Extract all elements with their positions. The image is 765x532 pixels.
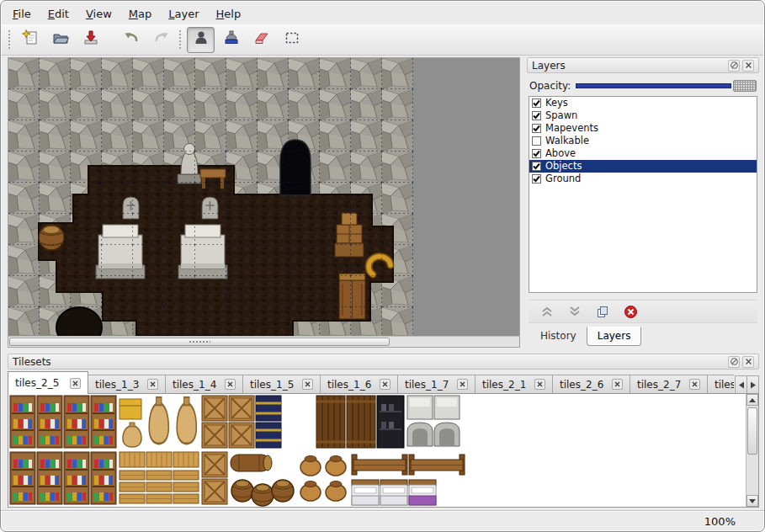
tab-close-button[interactable] xyxy=(534,379,545,390)
tileset-tab-tiles-2-7[interactable]: tiles_2_7 xyxy=(630,375,708,394)
float-icon xyxy=(730,357,739,366)
scroll-down-button[interactable] xyxy=(746,495,758,507)
tileset-vscrollbar-thumb[interactable] xyxy=(747,407,757,455)
tileset-tab-tiles-1-6[interactable]: tiles_1_6 xyxy=(320,375,398,394)
layers-panel-titlebar: Layers xyxy=(527,57,759,73)
map-hscrollbar-thumb[interactable] xyxy=(9,338,390,346)
layer-checkbox[interactable] xyxy=(532,98,541,108)
duplicate-icon xyxy=(596,305,609,318)
tilesets-panel-titlebar: Tilesets xyxy=(8,354,759,370)
scroll-up-button[interactable] xyxy=(746,394,758,406)
layer-checkbox[interactable] xyxy=(532,111,541,120)
layer-checkbox[interactable] xyxy=(532,162,541,171)
tileset-tab-tiles-1-7[interactable]: tiles_1_7 xyxy=(397,375,475,394)
tileset-tab-tiles-1-3[interactable]: tiles_1_3 xyxy=(88,375,166,394)
new-map-button[interactable] xyxy=(16,27,44,53)
close-icon xyxy=(227,381,233,387)
opacity-slider-handle[interactable] xyxy=(733,80,757,92)
map-canvas[interactable] xyxy=(8,58,413,338)
layer-label: Objects xyxy=(545,160,582,173)
layer-row-walkable[interactable]: Walkable xyxy=(529,135,757,147)
toolbar-handle[interactable] xyxy=(179,30,182,49)
close-panel-button[interactable] xyxy=(742,60,754,72)
arrow-down-icon xyxy=(748,498,757,504)
layer-label: Walkable xyxy=(545,135,589,147)
tab-scroll-left-button[interactable] xyxy=(735,375,747,394)
tab-close-button[interactable] xyxy=(380,379,390,390)
delete-layer-button[interactable] xyxy=(622,303,639,320)
layers-panel-title: Layers xyxy=(532,60,566,72)
menu-file[interactable]: File xyxy=(4,5,40,23)
layer-row-objects[interactable]: Objects xyxy=(529,160,757,173)
eraser-tool-button[interactable] xyxy=(247,27,275,53)
tab-close-button[interactable] xyxy=(302,379,313,390)
duplicate-layer-button[interactable] xyxy=(594,303,611,320)
layer-checkbox[interactable] xyxy=(532,136,541,146)
toolbar-handle[interactable] xyxy=(8,30,11,49)
opacity-slider[interactable] xyxy=(576,79,757,93)
close-icon xyxy=(614,381,620,387)
menu-view[interactable]: View xyxy=(77,5,120,23)
menubar: File Edit View Map Layer Help xyxy=(4,3,761,24)
tab-layers[interactable]: Layers xyxy=(587,327,642,346)
close-icon xyxy=(692,381,698,387)
layer-checkbox[interactable] xyxy=(532,149,541,158)
tileset-tab-tiles-2-5[interactable]: tiles_2_5 xyxy=(8,371,88,394)
fill-tool-button[interactable] xyxy=(217,27,245,53)
tab-scroll-right-button[interactable] xyxy=(746,375,759,394)
save-button[interactable] xyxy=(77,27,104,53)
tileset-tab-tiles-1-5[interactable]: tiles_1_5 xyxy=(242,375,321,394)
menu-edit[interactable]: Edit xyxy=(40,5,77,23)
layer-row-mapevents[interactable]: Mapevents xyxy=(529,122,757,135)
stamp-tool-button[interactable] xyxy=(187,27,215,53)
menu-layer[interactable]: Layer xyxy=(160,5,207,23)
layer-label: Above xyxy=(545,147,576,160)
tab-close-button[interactable] xyxy=(225,379,236,390)
close-icon xyxy=(537,381,543,387)
arrow-left-icon xyxy=(738,381,745,389)
move-layer-up-button[interactable] xyxy=(539,303,555,320)
tab-close-button[interactable] xyxy=(70,378,81,389)
tab-close-button[interactable] xyxy=(612,379,623,390)
menu-help[interactable]: Help xyxy=(208,5,250,23)
menu-map[interactable]: Map xyxy=(120,5,160,23)
tileset-tab-tiles-2-1[interactable]: tiles_2_1 xyxy=(475,375,553,394)
opacity-label: Opacity: xyxy=(529,80,571,92)
layer-label: Mapevents xyxy=(545,122,598,135)
layer-row-keys[interactable]: Keys xyxy=(529,97,757,109)
layers-panel: Layers Opacity: xyxy=(527,57,759,348)
delete-icon xyxy=(624,305,638,319)
layer-checkbox[interactable] xyxy=(532,124,541,133)
move-layer-down-button[interactable] xyxy=(566,303,583,320)
tab-close-button[interactable] xyxy=(457,379,468,390)
undo-icon xyxy=(123,29,140,50)
tileset-tab-tiles-2-6[interactable]: tiles_2_6 xyxy=(552,375,630,394)
map-hscrollbar[interactable] xyxy=(8,336,519,347)
tileset-canvas[interactable] xyxy=(8,394,746,507)
select-tool-button[interactable] xyxy=(278,27,305,53)
undo-button[interactable] xyxy=(117,27,145,53)
tileset-vscrollbar[interactable] xyxy=(746,394,758,507)
tab-close-button[interactable] xyxy=(147,379,158,390)
layer-label: Keys xyxy=(545,97,568,109)
layer-label: Spawn xyxy=(545,109,577,122)
layer-checkbox[interactable] xyxy=(532,174,541,184)
close-icon xyxy=(460,381,465,387)
chevron-down-icon xyxy=(568,306,582,317)
layer-row-above[interactable]: Above xyxy=(529,147,757,160)
person-stamp-icon xyxy=(193,29,210,50)
layer-row-spawn[interactable]: Spawn xyxy=(529,109,757,122)
tileset-tab-tiles-1-4[interactable]: tiles_1_4 xyxy=(165,375,243,394)
close-panel-button[interactable] xyxy=(742,356,754,368)
tileset-tab-partial[interactable]: tiles_ xyxy=(707,375,734,394)
float-panel-button[interactable] xyxy=(728,356,740,368)
statusbar: 100% xyxy=(1,510,764,531)
arrow-right-icon xyxy=(750,381,757,389)
layer-row-ground[interactable]: Ground xyxy=(529,173,757,185)
float-panel-button[interactable] xyxy=(728,60,740,72)
close-icon xyxy=(305,381,311,387)
redo-button[interactable] xyxy=(147,27,175,53)
tab-close-button[interactable] xyxy=(689,379,700,390)
tab-history[interactable]: History xyxy=(530,327,587,345)
open-button[interactable] xyxy=(46,27,74,53)
